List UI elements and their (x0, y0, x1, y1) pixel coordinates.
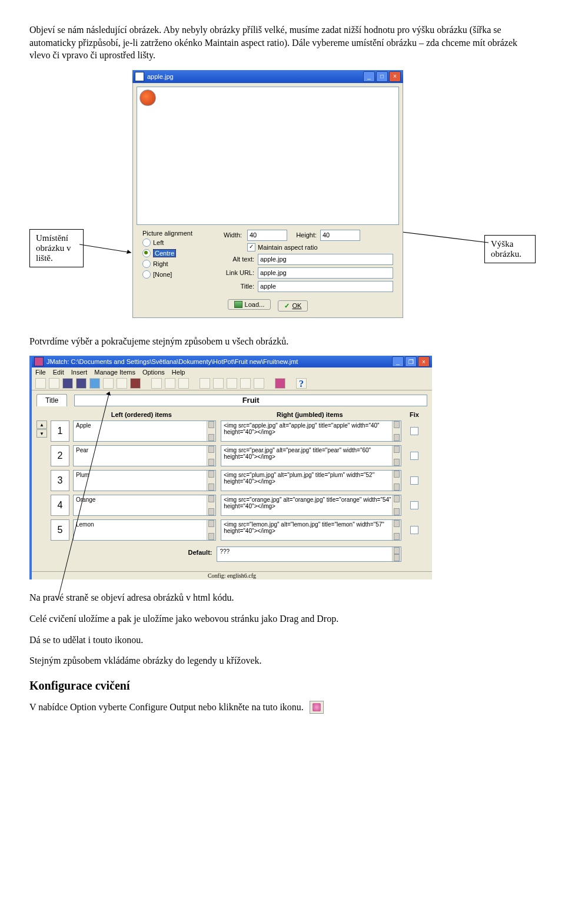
left-item-input[interactable]: Plum (73, 470, 216, 491)
row-num: 4 (51, 495, 69, 516)
right-item-input[interactable]: <img src="lemon.jpg" alt="lemon.jpg" tit… (221, 519, 401, 541)
paragraph-intro: Objeví se nám následující obrázek. Aby n… (29, 24, 536, 62)
hdr-fix: Fix (401, 411, 427, 418)
ok-button[interactable]: ✓OK (278, 300, 308, 312)
fix-checkbox[interactable] (410, 526, 418, 534)
tool-web2[interactable] (117, 378, 127, 389)
width-input[interactable] (247, 230, 287, 241)
scrollbar[interactable] (207, 520, 215, 540)
file-icon (135, 72, 144, 81)
svg-marker-1 (127, 250, 131, 254)
menu-options[interactable]: Options (142, 369, 165, 376)
menu-bar[interactable]: File Edit Insert Manage Items Options He… (32, 367, 432, 377)
alt-input[interactable] (258, 254, 393, 265)
heading-config: Konfigurace cvičení (29, 679, 536, 693)
callout-height: Výška obrázku. (484, 235, 536, 263)
scrollbar[interactable] (392, 520, 401, 540)
fix-checkbox[interactable] (410, 476, 418, 485)
title-input[interactable] (258, 281, 393, 292)
radio-none[interactable]: [None] (142, 270, 213, 279)
tool-saveas[interactable] (76, 378, 87, 389)
maintain-aspect-checkbox[interactable]: Maintain aspect ratio (247, 243, 393, 251)
tool-save[interactable] (62, 378, 73, 389)
row-num: 1 (51, 420, 69, 442)
left-item-input[interactable]: Pear (73, 445, 216, 466)
callout-position: Umístění obrázku v liště. (29, 229, 84, 267)
default-label: Default: (72, 547, 212, 562)
scrollbar[interactable] (207, 446, 215, 466)
tool-config[interactable] (275, 378, 285, 389)
default-input[interactable]: ??? (217, 547, 401, 562)
load-button[interactable]: Load... (228, 299, 271, 310)
tool-new[interactable] (35, 378, 46, 389)
tool-timer[interactable] (240, 378, 251, 389)
left-item-input[interactable]: Apple (73, 420, 216, 442)
height-input[interactable] (320, 230, 360, 241)
width-label: Width: (224, 231, 247, 239)
menu-manage[interactable]: Manage Items (94, 369, 135, 376)
jm-minimize[interactable]: _ (392, 356, 404, 367)
scrollbar[interactable] (207, 495, 215, 515)
scrollbar[interactable] (392, 471, 401, 491)
spin-down[interactable]: ▼ (36, 429, 47, 438)
left-item-input[interactable]: Lemon (73, 519, 216, 541)
menu-help[interactable]: Help (172, 369, 185, 376)
radio-left[interactable]: Left (142, 239, 213, 247)
alt-label: Alt text: (224, 256, 254, 263)
tool-web1[interactable] (103, 378, 114, 389)
jm-close[interactable]: × (418, 356, 430, 367)
title-tab[interactable]: Title (36, 394, 67, 406)
scrollbar[interactable] (207, 421, 215, 441)
menu-file[interactable]: File (35, 369, 46, 376)
tool-link[interactable] (213, 378, 224, 389)
radio-centre[interactable]: Centre (142, 249, 213, 257)
tool-img[interactable] (200, 378, 210, 389)
apple-image (139, 90, 156, 106)
dialog-titlebar[interactable]: apple.jpg _ □ × (132, 70, 403, 83)
table-row: 5 Lemon <img src="lemon.jpg" alt="lemon.… (36, 519, 427, 541)
scrollbar[interactable] (392, 495, 401, 515)
hdr-right: Right (jumbled) items (218, 411, 401, 418)
radio-right[interactable]: Right (142, 260, 213, 268)
left-item-input[interactable]: Orange (73, 495, 216, 516)
maximize-button[interactable]: □ (376, 71, 388, 82)
tool-prev[interactable] (89, 378, 100, 389)
tool-cut[interactable] (151, 378, 162, 389)
configure-icon[interactable] (310, 701, 324, 714)
fix-checkbox[interactable] (410, 501, 418, 509)
tool-media[interactable] (227, 378, 237, 389)
spin-up[interactable]: ▲ (36, 420, 47, 429)
tool-paste[interactable] (178, 378, 189, 389)
table-row: 4 Orange <img src="orange.jpg" alt="oran… (36, 495, 427, 516)
right-item-input[interactable]: <img src="plum.jpg" alt="plum.jpg" title… (221, 470, 401, 491)
scrollbar[interactable] (392, 547, 401, 561)
tool-web3[interactable] (130, 378, 141, 389)
right-item-input[interactable]: <img src="pear.jpg" alt="pear.jpg" title… (221, 445, 401, 466)
paragraph-save: Celé cvičení uložíme a pak je uložíme ja… (29, 612, 536, 625)
fix-checkbox[interactable] (410, 452, 418, 460)
jmatch-titlebar[interactable]: JMatch: C:\Documents and Settings\Světla… (32, 356, 432, 367)
tool-open[interactable] (49, 378, 59, 389)
right-item-input[interactable]: <img src="apple.jpg" alt="apple.jpg" tit… (221, 420, 401, 442)
minimize-button[interactable]: _ (363, 71, 375, 82)
status-bar: Config: english6.cfg (32, 571, 432, 579)
tool-keys[interactable] (254, 378, 264, 389)
scrollbar[interactable] (392, 421, 401, 441)
jmatch-window: JMatch: C:\Documents and Settings\Světla… (29, 356, 432, 579)
scrollbar[interactable] (392, 446, 401, 466)
fix-checkbox[interactable] (410, 427, 418, 435)
link-input[interactable] (258, 267, 393, 279)
right-item-input[interactable]: <img src="orange.jpg" alt="orange.jpg" t… (221, 495, 401, 516)
picture-icon (234, 301, 242, 308)
title-input[interactable] (74, 395, 427, 406)
tool-copy[interactable] (165, 378, 175, 389)
close-button[interactable]: × (389, 71, 401, 82)
table-row: 3 Plum <img src="plum.jpg" alt="plum.jpg… (36, 470, 427, 491)
tool-help[interactable]: ? (296, 378, 307, 389)
menu-edit[interactable]: Edit (53, 369, 64, 376)
menu-insert[interactable]: Insert (71, 369, 88, 376)
scrollbar[interactable] (207, 471, 215, 491)
height-label: Height: (287, 231, 317, 239)
paragraph-icon-hint: Dá se to udělat i touto ikonou. (29, 634, 536, 647)
jm-restore[interactable]: ❐ (405, 356, 417, 367)
